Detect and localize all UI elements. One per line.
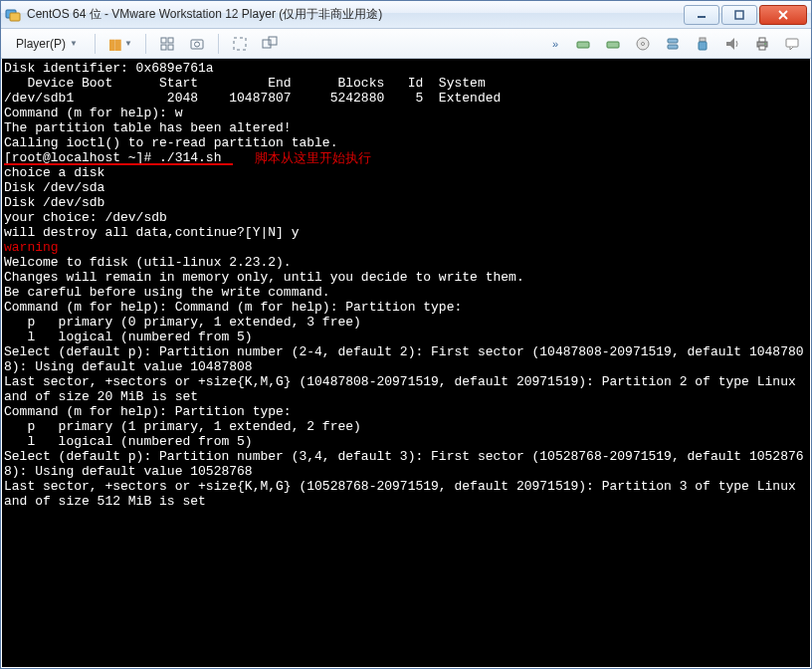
player-menu-label: Player(P) — [16, 37, 66, 51]
terminal-line: Select (default p): Partition number (2-… — [4, 344, 808, 374]
svg-rect-10 — [191, 40, 203, 49]
annotation-underline — [4, 163, 233, 165]
svg-rect-28 — [786, 39, 798, 47]
minimize-button[interactable] — [684, 5, 719, 25]
help-button[interactable] — [779, 33, 805, 55]
network-icon — [575, 36, 591, 52]
terminal-line: Device Boot Start End Blocks Id System — [4, 76, 808, 91]
network-adapter1-button[interactable] — [570, 33, 596, 55]
svg-point-11 — [194, 42, 199, 47]
terminal-line: Command (m for help): Partition type: — [4, 404, 808, 419]
fullscreen-button[interactable] — [227, 33, 253, 55]
svg-rect-16 — [607, 42, 619, 48]
chevrons-icon: » — [552, 38, 558, 50]
network-adapter2-button[interactable] — [600, 33, 626, 55]
terminal-line: Last sector, +sectors or +size{K,M,G} (1… — [4, 374, 808, 404]
pause-button[interactable]: ▮▮ ▼ — [103, 33, 137, 55]
toolbar: Player(P) ▼ ▮▮ ▼ » — [1, 29, 811, 59]
printer-icon — [754, 36, 770, 52]
terminal-line: [root@localhost ~]# ./314.sh脚本从这里开始执行 — [4, 150, 808, 165]
terminal-line: your choice: /dev/sdb — [4, 210, 808, 225]
printer-button[interactable] — [749, 33, 775, 55]
svg-rect-20 — [668, 45, 678, 49]
app-icon — [5, 7, 21, 23]
separator — [218, 34, 219, 54]
terminal-line: /dev/sdb1 2048 10487807 5242880 5 Extend… — [4, 91, 808, 106]
unity-button[interactable] — [257, 33, 283, 55]
svg-rect-22 — [699, 42, 707, 50]
terminal-line: Disk /dev/sda — [4, 180, 808, 195]
sound-button[interactable] — [719, 33, 745, 55]
terminal-line: Disk /dev/sdb — [4, 195, 808, 210]
terminal-line: l logical (numbered from 5) — [4, 434, 808, 449]
speaker-icon — [724, 36, 740, 52]
svg-rect-6 — [161, 38, 166, 43]
pause-icon: ▮▮ — [108, 36, 120, 52]
chevrons-button[interactable]: » — [544, 33, 566, 55]
terminal-line: p primary (0 primary, 1 extended, 3 free… — [4, 315, 808, 330]
terminal-line: Select (default p): Partition number (3,… — [4, 449, 808, 479]
terminal-line: Command (m for help): Command (m for hel… — [4, 300, 808, 315]
maximize-button[interactable] — [721, 5, 757, 25]
separator — [145, 34, 146, 54]
window-buttons — [684, 5, 807, 25]
terminal-line: Be careful before using the write comman… — [4, 285, 808, 300]
svg-rect-3 — [735, 11, 743, 19]
svg-point-27 — [764, 43, 766, 45]
svg-rect-26 — [759, 46, 765, 50]
fullscreen-icon — [232, 36, 248, 52]
terminal-line: Command (m for help): w — [4, 106, 808, 120]
message-icon — [784, 36, 800, 52]
annotation-text: 脚本从这里开始执行 — [255, 150, 371, 165]
usb-icon — [695, 36, 710, 52]
terminal-line: Changes will remain in memory only, unti… — [4, 270, 808, 285]
grid-icon — [159, 36, 175, 52]
send-ctrl-alt-del-button[interactable] — [154, 33, 180, 55]
terminal-line: Welcome to fdisk (util-linux 2.23.2). — [4, 255, 808, 270]
svg-rect-25 — [759, 38, 765, 42]
close-button[interactable] — [759, 5, 807, 25]
svg-rect-14 — [269, 37, 277, 45]
terminal-line: Last sector, +sectors or +size{K,M,G} (1… — [4, 479, 808, 509]
svg-rect-12 — [234, 38, 246, 50]
svg-rect-19 — [668, 39, 678, 43]
terminal-line: The partition table has been altered! — [4, 120, 808, 135]
terminal-line: will destroy all data,continue?[Y|N] y — [4, 225, 808, 240]
svg-rect-7 — [168, 38, 173, 43]
svg-rect-9 — [168, 45, 173, 50]
svg-rect-8 — [161, 45, 166, 50]
terminal[interactable]: Disk identifier: 0x689e761a Device Boot … — [2, 59, 810, 667]
svg-rect-1 — [10, 13, 20, 21]
warning-line: warning — [4, 240, 808, 255]
svg-marker-23 — [726, 38, 734, 50]
titlebar: CentOS 64 位 - VMware Workstation 12 Play… — [1, 1, 811, 29]
disk-stack-icon — [665, 36, 681, 52]
separator — [95, 34, 96, 54]
network-icon — [605, 36, 621, 52]
svg-point-18 — [642, 42, 645, 45]
terminal-line: l logical (numbered from 5) — [4, 330, 808, 344]
terminal-line: Disk identifier: 0x689e761a — [4, 61, 808, 76]
chevron-down-icon: ▼ — [70, 39, 78, 48]
capture-icon — [189, 36, 205, 52]
svg-rect-13 — [263, 40, 271, 48]
terminal-line: choice a disk — [4, 165, 808, 180]
terminal-line: p primary (1 primary, 1 extended, 2 free… — [4, 419, 808, 434]
svg-rect-21 — [700, 38, 706, 42]
snapshot-button[interactable] — [184, 33, 210, 55]
terminal-line: Calling ioctl() to re-read partition tab… — [4, 135, 808, 150]
window-title: CentOS 64 位 - VMware Workstation 12 Play… — [27, 6, 684, 23]
unity-icon — [262, 36, 278, 52]
player-menu-button[interactable]: Player(P) ▼ — [7, 33, 87, 55]
usb-button[interactable] — [690, 33, 715, 55]
cd-dvd-button[interactable] — [630, 33, 656, 55]
svg-rect-15 — [577, 42, 589, 48]
chevron-down-icon: ▼ — [124, 39, 132, 48]
disc-icon — [635, 36, 651, 52]
hard-disk-button[interactable] — [660, 33, 686, 55]
